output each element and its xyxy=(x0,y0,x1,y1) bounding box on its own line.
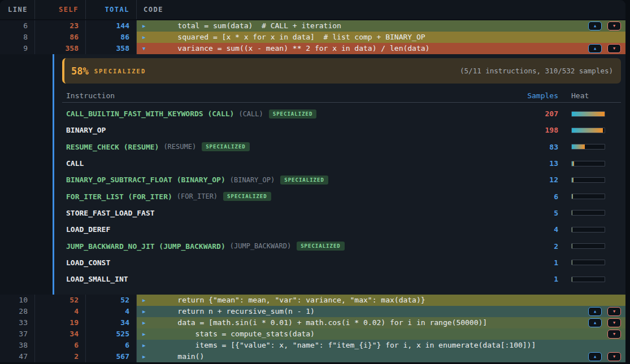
line-number: 9 xyxy=(0,43,35,54)
code-row[interactable]: 472567▶ main()▲▼ xyxy=(0,351,625,362)
code-cell[interactable]: ▼ variance = sum((x - mean) ** 2 for x i… xyxy=(137,43,625,54)
move-up-button[interactable]: ▲ xyxy=(588,44,602,53)
instruction-base-name: (CALL) xyxy=(238,110,263,118)
heat-cell xyxy=(571,144,621,150)
heat-bar-track xyxy=(571,111,605,117)
instruction-samples: 4 xyxy=(520,225,571,234)
total-sample-count: 144 xyxy=(86,20,137,32)
instruction-row: STORE_FAST_LOAD_FAST5 xyxy=(62,205,621,221)
code-row[interactable]: 331934▶ data = [math.sin(i * 0.01) + mat… xyxy=(0,317,625,328)
code-cell[interactable]: ▶ squared = [x * x for x in data] # list… xyxy=(137,32,625,43)
expanded-line-detail: 58% SPECIALIZED (5/11 instructions, 310/… xyxy=(0,54,625,295)
code-row[interactable]: 623144▶ total = sum(data) # CALL + itera… xyxy=(0,20,625,32)
code-text: return {"mean": mean, "var": variance, "… xyxy=(160,295,425,306)
expand-row-icon[interactable]: ▶ xyxy=(142,32,150,43)
heat-cell xyxy=(571,260,621,265)
move-down-button[interactable]: ▼ xyxy=(607,44,621,53)
move-up-button[interactable]: ▲ xyxy=(588,307,602,316)
move-up-button[interactable]: ▲ xyxy=(588,21,602,30)
code-text: return n + recursive_sum(n - 1) xyxy=(160,306,315,317)
expand-row-icon[interactable]: ▶ xyxy=(142,351,150,362)
heat-bar-track xyxy=(571,177,605,183)
code-row[interactable]: 105252▶ return {"mean": mean, "var": var… xyxy=(0,295,625,306)
self-sample-count: 86 xyxy=(35,32,86,43)
heat-bar-fill xyxy=(572,194,573,199)
expand-row-icon[interactable]: ▶ xyxy=(142,295,150,306)
heat-bar-fill xyxy=(572,144,585,149)
code-cell[interactable]: ▶ return {"mean": mean, "var": variance,… xyxy=(137,295,625,306)
heat-column-header: Heat xyxy=(571,91,621,100)
heat-cell xyxy=(571,210,621,216)
code-row[interactable]: 2844▶ return n + recursive_sum(n - 1)▲▼ xyxy=(0,306,625,317)
specialization-summary: 58% SPECIALIZED (5/11 instructions, 310/… xyxy=(62,58,621,84)
code-cell[interactable]: ▶ items = [{"value": x, "name": f"item_{… xyxy=(137,340,625,351)
heat-bar-track xyxy=(571,210,605,216)
line-number: 8 xyxy=(0,32,35,43)
code-text: items = [{"value": x, "name": f"item_{i}… xyxy=(160,340,536,351)
heat-bar-fill xyxy=(572,178,573,182)
code-row[interactable]: 88686▶ squared = [x * x for x in data] #… xyxy=(0,32,625,43)
instruction-samples: 12 xyxy=(520,176,571,184)
instruction-samples: 1 xyxy=(520,275,571,283)
move-down-button[interactable]: ▼ xyxy=(607,21,621,30)
code-row[interactable]: 3866▶ items = [{"value": x, "name": f"it… xyxy=(0,340,625,351)
instruction-samples: 83 xyxy=(520,143,571,151)
instruction-cell: CALL_BUILTIN_FAST_WITH_KEYWORDS (CALL)(C… xyxy=(66,109,520,119)
move-up-button[interactable]: ▲ xyxy=(588,318,602,327)
instruction-cell: STORE_FAST_LOAD_FAST xyxy=(66,209,520,217)
heat-cell xyxy=(571,243,621,249)
heat-bar-fill xyxy=(572,244,572,248)
move-down-button[interactable]: ▼ xyxy=(607,318,621,327)
total-sample-count: 358 xyxy=(86,43,137,54)
line-number: 6 xyxy=(0,20,35,32)
total-sample-count: 6 xyxy=(86,340,137,351)
instruction-name: STORE_FAST_LOAD_FAST xyxy=(66,209,155,217)
instruction-samples: 207 xyxy=(520,109,571,118)
self-sample-count: 23 xyxy=(35,20,86,32)
code-text: total = sum(data) # CALL + iteration xyxy=(160,20,341,32)
code-cell[interactable]: ▶ main()▲▼ xyxy=(137,351,625,362)
expand-row-icon[interactable]: ▶ xyxy=(142,306,150,317)
self-sample-count: 2 xyxy=(35,351,86,362)
expand-row-icon[interactable]: ▶ xyxy=(142,317,150,328)
move-down-button[interactable]: ▼ xyxy=(607,307,621,316)
code-text: variance = sum((x - mean) ** 2 for x in … xyxy=(160,43,429,54)
expanded-content: 58% SPECIALIZED (5/11 instructions, 310/… xyxy=(54,54,625,295)
move-down-button[interactable]: ▼ xyxy=(607,352,621,361)
specialized-badge: SPECIALIZED xyxy=(280,176,328,185)
total-sample-count: 52 xyxy=(86,295,137,306)
self-sample-count: 6 xyxy=(35,340,86,351)
expand-row-icon[interactable]: ▶ xyxy=(142,328,150,340)
move-up-button[interactable]: ▲ xyxy=(588,352,602,361)
row-controls: ▲▼ xyxy=(588,318,625,327)
instruction-cell: FOR_ITER_LIST (FOR_ITER)(FOR_ITER)SPECIA… xyxy=(66,192,520,201)
code-cell[interactable]: ▶ total = sum(data) # CALL + iteration▲▼ xyxy=(137,20,625,32)
code-cell[interactable]: ▶ stats = compute_stats(data)▼ xyxy=(137,328,625,340)
instruction-name: BINARY_OP xyxy=(66,126,106,134)
instruction-name: LOAD_DEREF xyxy=(66,225,110,234)
line-number: 38 xyxy=(0,340,35,351)
instruction-table-header: Instruction Samples Heat xyxy=(62,89,621,103)
line-number: 47 xyxy=(0,351,35,362)
code-row[interactable]: 9358358▼ variance = sum((x - mean) ** 2 … xyxy=(0,43,625,54)
instruction-base-name: (RESUME) xyxy=(163,143,196,151)
collapse-row-icon[interactable]: ▼ xyxy=(142,43,150,54)
expanded-gutter xyxy=(0,54,53,295)
code-cell[interactable]: ▶ data = [math.sin(i * 0.01) + math.cos(… xyxy=(137,317,625,328)
heat-bar-track xyxy=(571,128,605,133)
instruction-cell: BINARY_OP_SUBTRACT_FLOAT (BINARY_OP)(BIN… xyxy=(66,176,520,185)
code-text: stats = compute_stats(data) xyxy=(160,328,315,340)
expand-row-icon[interactable]: ▶ xyxy=(142,20,150,32)
instruction-cell: CALL xyxy=(66,159,520,168)
heat-bar-track xyxy=(571,194,605,199)
expand-row-icon[interactable]: ▶ xyxy=(142,340,150,351)
code-cell[interactable]: ▶ return n + recursive_sum(n - 1)▲▼ xyxy=(137,306,625,317)
instruction-column-header: Instruction xyxy=(66,91,520,100)
row-controls: ▲▼ xyxy=(588,307,625,316)
code-row[interactable]: 3734525▶ stats = compute_stats(data)▼ xyxy=(0,328,625,340)
column-header-total: TOTAL xyxy=(86,0,137,19)
instruction-samples: 13 xyxy=(520,159,571,168)
instruction-base-name: (BINARY_OP) xyxy=(230,176,275,184)
heat-bar-fill xyxy=(572,112,605,116)
move-down-button[interactable]: ▼ xyxy=(607,330,621,339)
